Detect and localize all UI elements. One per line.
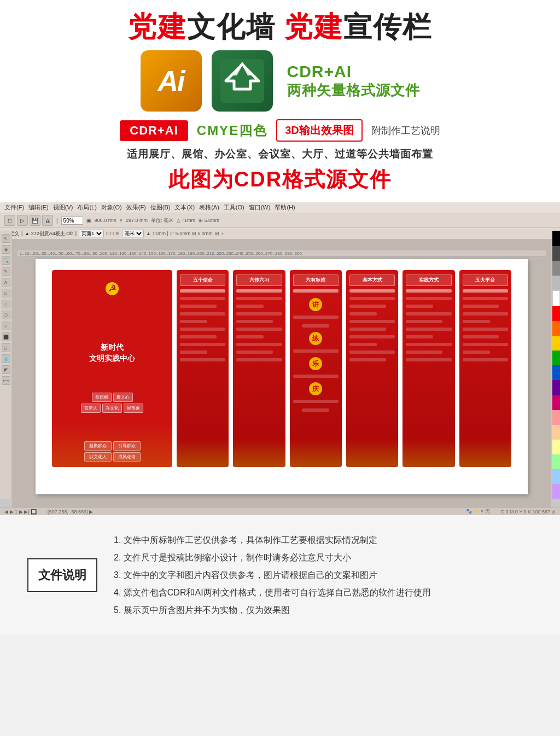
top-section: 党建文化墙 党建宣传栏 Ai CDR+AI 两种矢量格式源文件 CDR+AI C… — [0, 0, 560, 202]
software-preview: 文件(F) 编辑(E) 视图(V) 布局(L) 对象(O) 效果(F) 位图(B… — [0, 202, 560, 515]
palette-dark[interactable] — [552, 246, 560, 261]
design-preview: ☭ 新时代 文明实践中心 举旗帜 聚人心 — [36, 259, 528, 478]
menu-bitmap[interactable]: 位图(B) — [150, 203, 171, 212]
ruler-top: |...10...20...30...40...50...60...70...8… — [18, 250, 546, 257]
format-line1: CDR+AI — [287, 62, 420, 81]
panel-header-6: 五大平台 — [463, 274, 508, 286]
btn-niju: 凝聚群众 — [84, 441, 112, 451]
tags-row: CDR+AI CMYE四色 3D输出效果图 附制作工艺说明 — [22, 119, 538, 142]
mini-tags-container: 举旗帜 聚人心 育新人 兴文化 展形象 — [59, 393, 166, 413]
menu-edit[interactable]: 编辑(E) — [28, 203, 49, 212]
palette-red[interactable] — [552, 306, 560, 321]
menu-view[interactable]: 视图(V) — [53, 203, 73, 212]
unit-dropdown[interactable]: 毫米 — [122, 230, 144, 237]
menu-object[interactable]: 对象(O) — [101, 203, 122, 212]
menu-effect[interactable]: 效果(F) — [126, 203, 146, 212]
palette-white[interactable] — [552, 290, 560, 306]
canvas-area: |...10...20...30...40...50...60...70...8… — [12, 240, 551, 507]
btn-row1: 凝聚群众 引导群众 — [59, 441, 166, 451]
tool-node[interactable]: ◈ — [2, 245, 10, 254]
tb-new[interactable]: □ — [4, 215, 15, 226]
tool-select[interactable]: ↖ — [2, 234, 10, 243]
tool-blend[interactable]: ⟷ — [2, 376, 10, 385]
tb-save[interactable]: 💾 — [30, 215, 40, 226]
notes-label: 文件说明 — [27, 558, 97, 592]
palette-green[interactable] — [552, 351, 560, 365]
tool-shadow[interactable]: ◤ — [2, 365, 10, 374]
note-item-1: 1. 文件中所标制作工艺仅供参考，具体制作工艺要根据实际情况制定 — [114, 531, 533, 549]
color-palette[interactable] — [552, 231, 560, 499]
side-panel-3: 六有标准 讲 练 乐 庆 — [290, 270, 342, 467]
icon-jiang: 讲 — [309, 298, 322, 311]
tag-zhanxingxiang: 展形象 — [124, 404, 143, 413]
tool-rect[interactable]: □ — [2, 289, 10, 297]
palette-black[interactable] — [552, 231, 560, 246]
btn-yiwen: 以文化人 — [84, 452, 112, 462]
side-panel-5: 实践方式 — [402, 270, 454, 467]
tool-text[interactable]: A — [2, 278, 10, 287]
palette-pink[interactable] — [552, 395, 560, 410]
note-item-2: 2. 文件尺寸是投稿比例缩小设计，制作时请务必注意尺寸大小 — [114, 549, 533, 566]
notes-section: 文件说明 1. 文件中所标制作工艺仅供参考，具体制作工艺要根据实际情况制定 2.… — [0, 515, 560, 635]
tag-3d: 3D输出效果图 — [276, 119, 363, 142]
tool-transparency[interactable]: ◻ — [2, 343, 10, 352]
palette-sky[interactable] — [552, 469, 560, 484]
palette-purple[interactable] — [552, 380, 560, 395]
menu-layout[interactable]: 布局(L) — [77, 203, 96, 212]
icon-le: 乐 — [309, 357, 322, 370]
zoom-input[interactable] — [61, 217, 83, 225]
palette-light-green[interactable] — [552, 454, 560, 469]
menu-text[interactable]: 文本(X) — [174, 203, 195, 212]
mini-tags: 举旗帜 聚人心 — [59, 393, 166, 402]
menu-tools[interactable]: 工具(O) — [224, 203, 244, 212]
btn-chengfeng: 成风化俗 — [113, 452, 141, 462]
palette-gray[interactable] — [552, 261, 560, 276]
palette-yellow[interactable] — [552, 336, 560, 351]
tag-cmye: CMYE四色 — [197, 122, 267, 139]
bottom-buttons: 凝聚群众 引导群众 以文化人 成风化俗 — [59, 441, 166, 462]
title-red-1: 党建 — [128, 11, 187, 43]
software-menubar[interactable]: 文件(F) 编辑(E) 视图(V) 布局(L) 对象(O) 效果(F) 位图(B… — [0, 202, 560, 213]
big-red-text: 此图为CDR格式源文件 — [22, 166, 538, 194]
software-toolbar: □ ▷ 💾 🖨 | ▣ 900.0 mm × 297.0 mm 单位: 毫米 △… — [0, 213, 560, 228]
menu-help[interactable]: 帮助(H) — [275, 203, 295, 212]
tag-zhujuqunzhong: 举旗帜 — [92, 393, 112, 402]
tool-polygon[interactable]: ⬡ — [2, 311, 10, 319]
palette-light-yellow[interactable] — [552, 440, 560, 454]
palette-blue[interactable] — [552, 365, 560, 380]
tb-print[interactable]: 🖨 — [42, 215, 53, 226]
btn-yindao: 引导群众 — [113, 441, 141, 451]
icon-qing: 庆 — [309, 382, 322, 395]
tool-freehand[interactable]: ✎ — [2, 267, 10, 276]
menu-file[interactable]: 文件(F) — [4, 203, 24, 212]
hammer-sickle-icon: ☭ — [96, 281, 129, 311]
panel-header-2: 六传六习 — [236, 274, 282, 286]
toolbar-size-w: ▣ — [86, 218, 91, 223]
panel-header-1: 五个使命 — [180, 274, 225, 286]
palette-light-pink[interactable] — [552, 410, 560, 425]
tb-open[interactable]: ▷ — [17, 215, 28, 226]
menu-window[interactable]: 窗口(W) — [249, 203, 271, 212]
tool-eyedropper[interactable]: 💧 — [2, 354, 10, 363]
format-line2: 两种矢量格式源文件 — [287, 81, 420, 100]
title-mid-1: 文化墙 — [187, 11, 284, 43]
tool-zoom[interactable]: 🔍 — [2, 256, 10, 265]
tool-fill[interactable]: ⬛ — [2, 332, 10, 341]
palette-peach[interactable] — [552, 425, 560, 440]
tool-ellipse[interactable]: ○ — [2, 300, 10, 308]
main-title: 党建文化墙 党建宣传栏 — [22, 10, 538, 44]
tool-smart[interactable]: ⟐ — [2, 322, 10, 330]
ai-icon: Ai — [141, 50, 202, 112]
palette-lavender[interactable] — [552, 484, 560, 499]
panel-header-4: 基本方式 — [349, 274, 395, 286]
side-panel-1: 五个使命 — [177, 270, 229, 467]
software-toolbar2: 自定义 | ▲ 272创意A4板主.cdr | 页面1 □ □ ％ 毫米 ▲ ↑… — [0, 228, 560, 240]
cdr-icon — [212, 50, 273, 112]
tag-cdr-ai: CDR+AI — [120, 120, 188, 141]
palette-orange[interactable] — [552, 321, 560, 336]
side-panel-6: 五大平台 — [459, 270, 511, 467]
page-dropdown[interactable]: 页面1 — [79, 230, 104, 237]
palette-light-gray[interactable] — [552, 276, 560, 290]
software-tools-sidebar: ↖ ◈ 🔍 ✎ A □ ○ ⬡ ⟐ ⬛ ◻ 💧 ◤ ⟷ — [0, 231, 12, 499]
menu-table[interactable]: 表格(A) — [199, 203, 219, 212]
